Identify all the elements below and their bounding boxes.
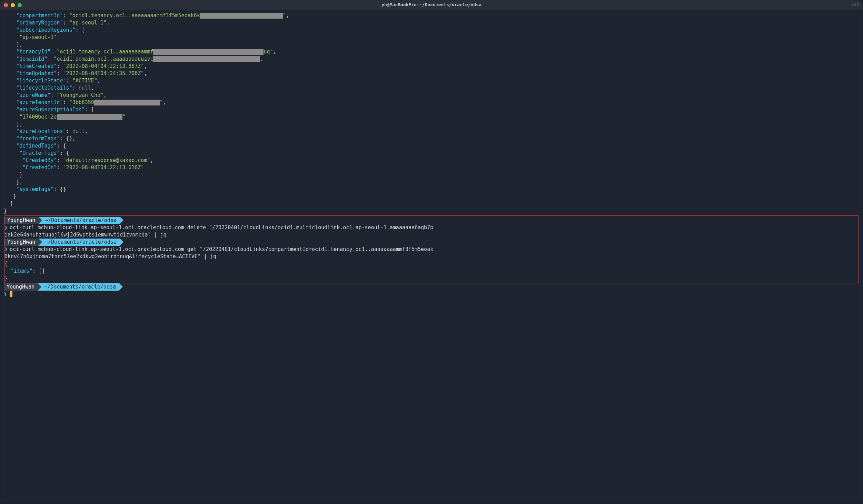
json-key: "azureSubscriptionIds" <box>16 107 85 113</box>
json-key: "azureTenantId" <box>16 99 63 105</box>
shell-prompt: YoungHwan ~/Documents/oracle/odsa <box>4 283 859 291</box>
terminal-window: yh@MacBookPro:~/Documents/oracle/odsa ⌥⌘… <box>0 0 863 504</box>
json-key: "domainId" <box>16 56 47 62</box>
redacted-segment <box>94 100 160 105</box>
json-value: " <box>283 12 286 19</box>
json-key: "primaryRegion" <box>16 20 63 26</box>
json-key: "compartmentId" <box>16 12 63 19</box>
close-window-button[interactable] <box>4 3 8 7</box>
json-value: "2022-08-04T04:22:13.887Z" <box>63 63 144 69</box>
prompt-caret-icon: ❯ <box>4 224 8 231</box>
prompt-user-segment: YoungHwan <box>4 239 39 246</box>
json-value: "ocid1.tenancy.oc1..aaaaaaaammf3f5m5eoak… <box>69 12 200 19</box>
command-input-line[interactable]: ❯ <box>4 291 859 298</box>
json-key: "azureName" <box>16 92 50 98</box>
json-value: uq" <box>264 49 273 55</box>
prompt-caret-icon: ❯ <box>4 291 7 297</box>
json-value: " <box>122 114 126 120</box>
json-key: "timeCreated" <box>16 63 57 69</box>
json-value: {} <box>66 135 72 142</box>
window-titlebar: yh@MacBookPro:~/Documents/oracle/odsa ⌥⌘… <box>0 0 863 10</box>
minimize-window-button[interactable] <box>11 3 15 7</box>
json-value: "ACTIVE" <box>72 78 97 84</box>
text-cursor <box>10 291 12 297</box>
json-key: "systemTags" <box>16 186 53 192</box>
prompt-user-segment: YoungHwan <box>4 217 39 224</box>
window-title: yh@MacBookPro:~/Documents/oracle/odsa <box>0 2 863 8</box>
json-key: "CreatedOn" <box>22 164 57 171</box>
redacted-segment <box>57 114 122 120</box>
json-key: "items" <box>11 268 32 274</box>
json-key: "CreatedBy" <box>22 157 57 163</box>
json-key: "azureLocations" <box>16 128 66 134</box>
command-text-continuation: iak2e64anuhztuupjl6wj2d6wptbsiemwnwtidiz… <box>4 231 859 239</box>
json-key: "timeUpdated" <box>16 70 57 77</box>
json-value: "ocid1.tenancy.oc1..aaaaaaaammf <box>57 49 153 55</box>
json-value: "default/response@kakao.com" <box>63 157 150 163</box>
json-value: "3bb6350 <box>69 99 94 105</box>
command-text-continuation: 6knv47n6xjtoma7tnrr57ee2x4kwg2eohirdtnuq… <box>4 253 859 260</box>
json-value: null <box>72 128 85 134</box>
json-value: [] <box>39 268 45 274</box>
traffic-lights <box>4 3 22 7</box>
prompt-path-segment: ~/Documents/oracle/odsa <box>39 239 120 246</box>
json-value: "2022-08-04T04:24:35.706Z" <box>63 70 144 77</box>
json-brace: { <box>4 261 8 267</box>
terminal-body[interactable]: "compartmentId": "ocid1.tenancy.oc1..aaa… <box>0 10 863 504</box>
json-value: " <box>160 99 163 105</box>
prompt-caret-icon: ❯ <box>4 246 8 252</box>
command-line: ❯oci-curl mchub-cloud-link.ap-seoul-1.oc… <box>4 246 859 253</box>
shell-prompt: YoungHwan ~/Documents/oracle/odsa <box>4 239 859 246</box>
prompt-path-segment: ~/Documents/oracle/odsa <box>38 283 119 291</box>
json-value: "YoungHwan Cho" <box>57 92 103 98</box>
shell-prompt: YoungHwan ~/Documents/oracle/odsa <box>4 217 859 224</box>
json-value: "ocid1.domain.oc1..aaaaaaaauuzvc <box>53 56 153 62</box>
prompt-path-segment: ~/Documents/oracle/odsa <box>39 217 120 224</box>
json-key: "subscribedRegions" <box>16 27 76 33</box>
json-key: "lifecycleState" <box>16 78 66 84</box>
command-line: ❯oci-curl mchub-cloud-link.ap-seoul-1.oc… <box>4 224 859 231</box>
json-brace: } <box>4 275 8 281</box>
json-value: {} <box>60 186 66 192</box>
json-key: "definedTags" <box>16 143 57 149</box>
command-text: oci-curl mchub-cloud-link.ap-seoul-1.oci… <box>10 246 433 252</box>
zoom-window-button[interactable] <box>18 3 22 7</box>
json-value: "2022-08-04T04:22:13.010Z" <box>63 164 144 171</box>
command-text: oci-curl mchub-cloud-link.ap-seoul-1.oci… <box>10 224 433 231</box>
json-value: "ap-seoul-1" <box>19 34 57 40</box>
json-key: "lifecycleDetails" <box>16 85 72 91</box>
highlighted-region: YoungHwan ~/Documents/oracle/odsa ❯oci-c… <box>4 215 859 283</box>
prompt-user-segment: YoungHwan <box>4 283 38 291</box>
json-key: "tenancyId" <box>16 49 50 55</box>
json-value: null <box>79 85 91 91</box>
redacted-segment <box>153 56 260 62</box>
redacted-segment <box>200 13 283 19</box>
tab-shortcut-indicator: ⌥⌘2 <box>851 2 859 8</box>
json-value: "17400bec-2e <box>19 114 57 120</box>
json-output: "compartmentId": "ocid1.tenancy.oc1..aaa… <box>4 12 859 215</box>
json-key: "freeformTags" <box>16 135 60 142</box>
redacted-segment <box>153 49 264 55</box>
json-key: "Oracle-Tags" <box>19 150 60 156</box>
json-value: "ap-seoul-1" <box>69 20 107 26</box>
